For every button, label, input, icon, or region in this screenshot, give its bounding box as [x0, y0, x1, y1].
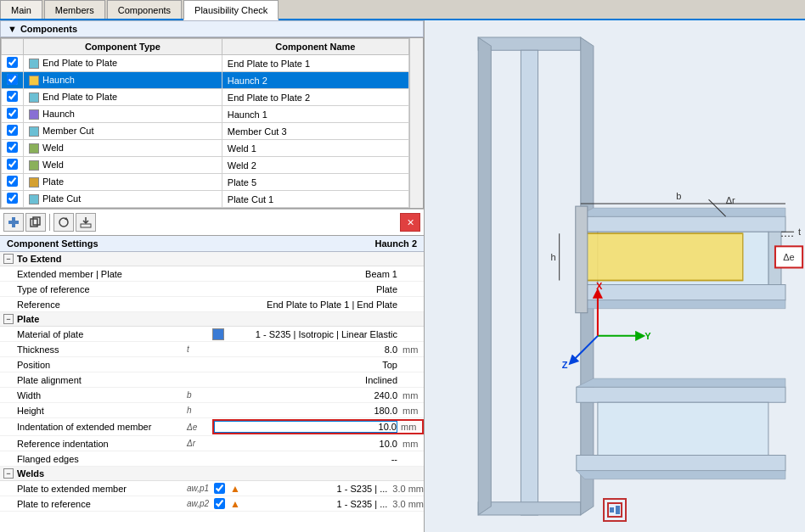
row-label-plate-5: Height — [0, 406, 187, 416]
row-name: Weld 1 — [222, 140, 408, 157]
add-component-btn[interactable] — [3, 213, 24, 232]
svg-rect-5 — [81, 224, 91, 227]
settings-row-plate-8: Flanged edges -- — [0, 451, 424, 467]
settings-row-plate-2: Position Top — [0, 357, 424, 372]
tab-bar: Main Members Components Plausibility Che… — [0, 0, 805, 20]
row-checkbox[interactable] — [2, 157, 24, 174]
row-checkbox[interactable] — [2, 191, 24, 208]
row-label-plate-7: Reference indentation — [0, 439, 187, 449]
settings-group-plate: − Plate Material of plate 1 - S235 | Iso… — [0, 312, 424, 467]
svg-text:h: h — [551, 252, 556, 262]
svg-text:Δe: Δe — [783, 252, 795, 262]
row-value-to_extend-0: Beam 1 — [212, 269, 424, 279]
row-value-welds-0: ▲ 1 - S235 | ... 3.0 mm — [212, 483, 424, 495]
table-row[interactable]: End Plate to Plate End Plate to Plate 1 — [2, 55, 409, 72]
row-type: End Plate to Plate — [24, 89, 222, 106]
row-label-plate-1: Thickness — [0, 344, 187, 355]
view-settings-btn[interactable] — [603, 498, 627, 522]
table-row[interactable]: End Plate to Plate End Plate to Plate 2 — [2, 89, 409, 106]
expand-icon-plate[interactable]: − — [3, 314, 14, 324]
tab-main[interactable]: Main — [0, 0, 42, 19]
material-color — [212, 328, 224, 340]
expand-icon-welds[interactable]: − — [3, 468, 14, 479]
refresh-btn[interactable] — [53, 213, 74, 232]
group-header-welds[interactable]: − Welds — [0, 467, 424, 481]
row-label-welds-1: Plate to reference — [0, 499, 187, 509]
svg-marker-18 — [577, 300, 785, 309]
table-row[interactable]: Plate Cut Plate Cut 1 — [2, 191, 409, 208]
row-value-plate-0: 1 - S235 | Isotropic | Linear Elastic — [212, 328, 424, 340]
row-value-plate-6: mm — [212, 419, 424, 434]
weld-checkbox[interactable] — [214, 498, 225, 509]
type-color-dot — [29, 126, 39, 137]
row-unit-welds-1: 3.0 mm — [392, 499, 424, 509]
settings-row-plate-7: Reference indentation Δr 10.0 mm — [0, 436, 424, 451]
row-text-plate-3: Inclined — [212, 375, 399, 385]
row-checkbox[interactable] — [2, 140, 24, 157]
type-color-dot — [29, 177, 39, 188]
settings-header: Component Settings Haunch 2 — [0, 236, 424, 252]
copy-component-btn[interactable] — [25, 213, 46, 232]
svg-marker-12 — [577, 216, 785, 232]
row-name: Plate 5 — [222, 174, 408, 191]
group-header-to_extend[interactable]: − To Extend — [0, 252, 424, 266]
table-row[interactable]: Haunch Haunch 1 — [2, 106, 409, 123]
row-value-plate-3: Inclined — [212, 375, 424, 385]
svg-rect-1 — [12, 217, 15, 227]
tab-plausibility[interactable]: Plausibility Check — [183, 0, 279, 20]
row-text-plate-5: 180.0 — [212, 406, 399, 416]
row-checkbox[interactable] — [2, 174, 24, 191]
row-name: End Plate to Plate 2 — [222, 89, 408, 106]
delete-icon: ✕ — [407, 217, 414, 228]
type-color-dot — [29, 143, 39, 154]
row-input-plate-6[interactable] — [214, 421, 397, 433]
weld-checkbox[interactable] — [214, 483, 225, 494]
delete-component-btn[interactable]: ✕ — [400, 213, 420, 232]
col-name-header: Component Name — [222, 39, 408, 55]
svg-marker-8 — [521, 50, 538, 515]
components-collapse-btn[interactable]: ▼ — [8, 24, 17, 34]
row-unit-plate-7: mm — [402, 439, 424, 449]
right-panel: Y X Z b h t Δr Δe — [425, 20, 805, 532]
row-text-to_extend-0: Beam 1 — [212, 269, 399, 279]
table-row[interactable]: Plate Plate 5 — [2, 174, 409, 191]
table-row[interactable]: Weld Weld 2 — [2, 157, 409, 174]
import-btn[interactable] — [76, 213, 96, 232]
row-text-plate-0: 1 - S235 | Isotropic | Linear Elastic — [231, 329, 399, 339]
row-checkbox[interactable] — [2, 123, 24, 140]
table-toolbar: ✕ — [0, 209, 424, 235]
table-row[interactable]: Haunch Haunch 2 — [2, 72, 409, 89]
expand-icon-to_extend[interactable]: − — [3, 254, 14, 264]
row-label-plate-2: Position — [0, 360, 187, 370]
settings-row-plate-5: Height h 180.0 mm — [0, 403, 424, 418]
row-checkbox[interactable] — [2, 106, 24, 123]
svg-text:Y: Y — [645, 331, 651, 341]
row-name: Haunch 2 — [222, 72, 408, 89]
svg-marker-10 — [478, 37, 491, 515]
row-checkbox[interactable] — [2, 89, 24, 106]
row-symbol-plate-1: t — [187, 344, 212, 354]
settings-subtitle: Haunch 2 — [374, 238, 417, 249]
svg-marker-7 — [478, 37, 581, 50]
table-row[interactable]: Weld Weld 1 — [2, 140, 409, 157]
row-checkbox[interactable] — [2, 72, 24, 89]
row-type: Plate — [24, 174, 222, 191]
components-header: ▼ Components — [0, 20, 424, 37]
row-symbol-plate-4: b — [187, 390, 212, 400]
table-row[interactable]: Member Cut Member Cut 3 — [2, 123, 409, 140]
row-type: Haunch — [24, 72, 222, 89]
group-header-plate[interactable]: − Plate — [0, 312, 424, 327]
row-unit-plate-6: mm — [401, 422, 422, 432]
row-text-welds-1: 1 - S235 | ... — [244, 499, 389, 509]
row-name: Member Cut 3 — [222, 123, 408, 140]
row-type: End Plate to Plate — [24, 55, 222, 72]
settings-row-welds-1: Plate to reference aw,p2 ▲ 1 - S235 | ..… — [0, 496, 424, 512]
tab-components[interactable]: Components — [107, 0, 182, 19]
tab-members[interactable]: Members — [44, 0, 105, 19]
row-checkbox[interactable] — [2, 55, 24, 72]
row-value-plate-5: 180.0 mm — [212, 406, 424, 416]
col-type-header: Component Type — [24, 39, 222, 55]
type-color-dot — [29, 76, 39, 86]
row-symbol-welds-0: aw,p1 — [187, 484, 212, 493]
table-scrollbar[interactable] — [409, 38, 423, 208]
